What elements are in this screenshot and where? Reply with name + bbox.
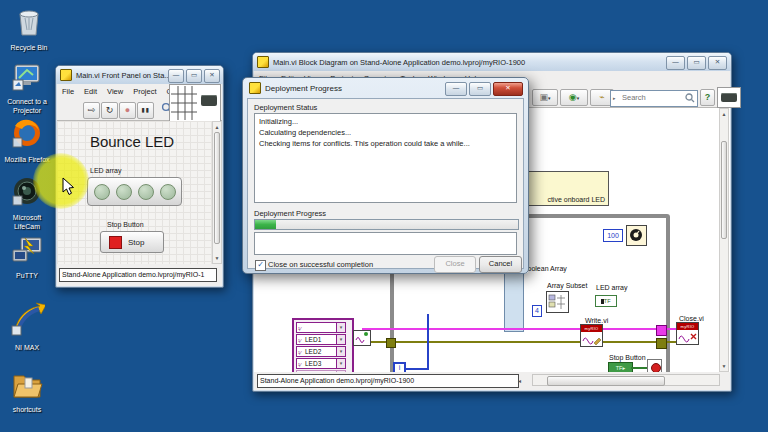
front-panel-canvas[interactable]: Bounce LED LED array Stop Button Stop ▲ … bbox=[57, 121, 222, 264]
wire-values-dropdown-button[interactable]: ▣▾ bbox=[532, 89, 558, 106]
minimize-button[interactable]: — bbox=[168, 69, 184, 83]
loop-condition-terminal[interactable] bbox=[647, 359, 662, 372]
scroll-up-arrow[interactable]: ▲ bbox=[213, 124, 221, 130]
array-subset-node[interactable] bbox=[546, 291, 569, 313]
myrio-banner: myRIO bbox=[581, 325, 602, 332]
index-constant[interactable]: 4 bbox=[532, 305, 542, 317]
icon-label: Recycle Bin bbox=[2, 44, 56, 53]
block-diagram-statusrow: Stand-Alone Application demo.lvproj/myRI… bbox=[254, 372, 730, 390]
array-subset-label: Array Subset bbox=[547, 282, 587, 289]
led-3[interactable] bbox=[160, 184, 176, 200]
checkbox-label: Close on successful completion bbox=[268, 260, 373, 269]
run-button[interactable]: ⇨ bbox=[83, 102, 100, 119]
maximize-button[interactable]: ▭ bbox=[186, 69, 202, 83]
search-scope-dropdown[interactable]: ▸ bbox=[613, 95, 616, 101]
stop-button-text: Stop bbox=[128, 238, 144, 247]
icon-label: NI MAX bbox=[0, 344, 54, 353]
stop-button[interactable]: Stop bbox=[100, 231, 164, 253]
tunnel-pink bbox=[656, 325, 667, 336]
labview-icon bbox=[257, 56, 269, 68]
web-publish-dropdown-button[interactable]: ◉▾ bbox=[560, 89, 588, 106]
menu-project[interactable]: Project bbox=[128, 87, 161, 96]
close-button[interactable]: ✕ bbox=[493, 82, 523, 96]
wire-pink bbox=[362, 328, 680, 330]
wait-ms-node[interactable] bbox=[626, 225, 647, 246]
scroll-down-arrow[interactable]: ▼ bbox=[720, 363, 728, 369]
pause-button[interactable]: ▮▮ bbox=[137, 102, 154, 119]
menu-edit[interactable]: Edit bbox=[79, 87, 102, 96]
search-box[interactable]: ▸ bbox=[610, 90, 698, 107]
tunnel-olive-left bbox=[386, 338, 396, 348]
vertical-scrollbar[interactable]: ▲ ▼ bbox=[212, 121, 222, 264]
lifecam-icon bbox=[11, 176, 43, 208]
channel-combo-led2[interactable]: ⅟LED2▾ bbox=[296, 346, 346, 357]
icon-label: Microsoft LifeCam bbox=[0, 214, 54, 231]
vertical-scroll-thumb[interactable] bbox=[721, 141, 727, 239]
deployment-progress-label: Deployment Progress bbox=[254, 209, 326, 218]
close-button[interactable]: ✕ bbox=[204, 69, 220, 83]
close-vi-label: Close.vi bbox=[679, 315, 704, 322]
progress-bar bbox=[254, 219, 519, 230]
vertical-scroll-thumb[interactable] bbox=[214, 132, 220, 244]
channel-combo-led3[interactable]: ⅟LED3▾ bbox=[296, 358, 346, 369]
write-vi-node[interactable]: myRIO bbox=[580, 324, 603, 347]
desktop-icon-lifecam[interactable]: Microsoft LifeCam bbox=[0, 176, 54, 231]
close-vi-node[interactable]: myRIO bbox=[676, 322, 699, 345]
desktop-icon-connect-projector[interactable]: Connect to a Projector bbox=[0, 62, 54, 115]
stop-button-terminal[interactable]: TF▸ bbox=[608, 362, 633, 372]
status-dropdown-arrow[interactable]: ◂ bbox=[518, 377, 521, 384]
channel-combo-led0[interactable]: ⅟▾ bbox=[296, 322, 346, 333]
menu-view[interactable]: View bbox=[102, 87, 128, 96]
menu-file[interactable]: File bbox=[57, 87, 79, 96]
icon-connector-pane bbox=[169, 84, 221, 122]
desktop-icon-recycle-bin[interactable]: Recycle Bin bbox=[2, 6, 56, 53]
dialog-body: Deployment Status Initializing... Calcul… bbox=[247, 98, 524, 269]
horizontal-scroll-thumb[interactable] bbox=[547, 376, 665, 386]
folder-icon bbox=[11, 370, 43, 400]
wait-ms-constant[interactable]: 100 bbox=[603, 229, 623, 242]
context-help-button[interactable]: ? bbox=[700, 89, 715, 106]
close-dialog-button[interactable]: Close bbox=[434, 256, 476, 273]
led-array-terminal[interactable]: ■TF bbox=[595, 295, 617, 307]
status-line: Initializing... bbox=[259, 116, 512, 127]
scroll-up-arrow[interactable]: ▲ bbox=[720, 111, 728, 117]
led-2[interactable] bbox=[138, 184, 154, 200]
close-on-completion-checkbox[interactable]: ✓ bbox=[255, 260, 266, 271]
stop-button-terminal-label: Stop Button bbox=[609, 354, 646, 361]
cancel-button[interactable]: Cancel bbox=[479, 256, 522, 273]
desktop-icon-firefox[interactable]: Mozilla Firefox bbox=[0, 118, 54, 165]
maximize-button[interactable]: ▭ bbox=[469, 82, 491, 96]
desktop-icon-putty[interactable]: PuTTY bbox=[0, 236, 54, 281]
target-status-bar[interactable]: Stand-Alone Application demo.lvproj/myRI… bbox=[59, 268, 217, 282]
maximize-button[interactable]: ▭ bbox=[687, 56, 706, 70]
minimize-button[interactable]: — bbox=[666, 56, 685, 70]
led-array-terminal-label: LED array bbox=[596, 284, 628, 291]
scroll-down-arrow[interactable]: ▼ bbox=[213, 255, 221, 261]
open-vi-node[interactable] bbox=[353, 330, 371, 346]
icon-label: shortcuts bbox=[0, 406, 54, 415]
led-array-cluster[interactable] bbox=[87, 177, 182, 206]
deployment-status-list[interactable]: Initializing... Calculating dependencies… bbox=[254, 113, 517, 203]
dialog-titlebar[interactable]: Deployment Progress bbox=[249, 82, 342, 94]
run-continuously-button[interactable]: ↻ bbox=[101, 102, 118, 119]
abort-button[interactable]: ● bbox=[119, 102, 136, 119]
horizontal-scrollbar[interactable] bbox=[532, 374, 720, 386]
wire-blue-iteration bbox=[427, 314, 429, 369]
labview-icon bbox=[60, 69, 72, 81]
status-line: Checking items for conflicts. This opera… bbox=[259, 138, 512, 149]
led-0[interactable] bbox=[94, 184, 110, 200]
minimize-button[interactable]: — bbox=[445, 82, 467, 96]
detail-box bbox=[254, 232, 517, 255]
desktop-icon-shortcuts[interactable]: shortcuts bbox=[0, 370, 54, 415]
close-button[interactable]: ✕ bbox=[708, 56, 727, 70]
status-line: Calculating dependencies... bbox=[259, 127, 512, 138]
search-input[interactable] bbox=[620, 92, 684, 103]
channel-combo-led1[interactable]: ⅟LED1▾ bbox=[296, 334, 346, 345]
target-status-bar[interactable]: Stand-Alone Application demo.lvproj/myRI… bbox=[257, 374, 519, 388]
led-1[interactable] bbox=[116, 184, 132, 200]
iteration-terminal[interactable]: i bbox=[393, 362, 406, 372]
vertical-scrollbar[interactable]: ▲ ▼ bbox=[719, 108, 729, 372]
block-diagram-titlebar[interactable]: Main.vi Block Diagram on Stand-Alone App… bbox=[253, 53, 731, 71]
icon-label: Connect to a Projector bbox=[0, 98, 54, 115]
desktop-icon-ni-max[interactable]: NI MAX bbox=[0, 300, 54, 353]
